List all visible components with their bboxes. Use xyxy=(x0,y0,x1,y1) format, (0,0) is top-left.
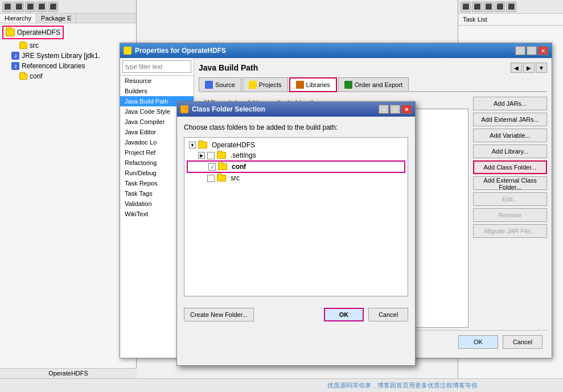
tab-source[interactable]: Source xyxy=(199,77,241,91)
task-toolbar-btn-1[interactable]: ⬛ xyxy=(461,2,471,12)
settings-checkbox[interactable] xyxy=(207,152,215,159)
create-new-folder-btn[interactable]: Create New Folder... xyxy=(184,308,254,321)
cf-title-text: Class Folder Selection xyxy=(180,105,265,113)
edit-btn[interactable]: Edit... xyxy=(473,192,547,206)
settings-expand-btn[interactable] xyxy=(198,152,205,159)
tab-libraries[interactable]: Libraries xyxy=(289,77,337,92)
add-external-class-folder-btn[interactable]: Add External Class Folder... xyxy=(473,176,547,190)
watermark-text: 优质源码等你来，博客园首页用更多优质注程博客等你 xyxy=(327,381,478,390)
minimize-btn[interactable]: ─ xyxy=(515,46,525,55)
back-arrow-btn[interactable]: ◀ xyxy=(511,63,522,73)
filter-input[interactable] xyxy=(122,60,191,73)
tab-order[interactable]: Order and Export xyxy=(338,77,409,91)
conf-tree-label: conf xyxy=(232,163,246,171)
add-jars-btn[interactable]: Add JARs... xyxy=(473,97,547,110)
nav-builders[interactable]: Builders xyxy=(120,86,194,96)
cf-close-btn[interactable]: ✕ xyxy=(401,105,412,114)
add-class-folder-btn[interactable]: Add Class Folder... xyxy=(473,160,547,174)
cf-ok-cancel: OK Cancel xyxy=(324,308,408,321)
properties-ok-btn[interactable]: OK xyxy=(458,335,498,349)
sidebar-tab-hierarchy[interactable]: Hierarchy xyxy=(0,14,36,23)
right-buttons-panel: Add JARs... Add External JARs... Add Var… xyxy=(473,97,547,328)
dropdown-arrow-btn[interactable]: ▼ xyxy=(536,63,547,73)
sidebar-bottom-label: OperateHDFS xyxy=(0,368,137,378)
task-toolbar-btn-4[interactable]: ⬛ xyxy=(495,2,505,12)
conf-folder-icon xyxy=(19,73,27,80)
cf-tree: OperateHDFS .settings ✓ conf s xyxy=(184,137,408,296)
tree-settings-item[interactable]: .settings xyxy=(187,150,405,160)
sidebar-content: OperateHDFS src J JRE System Library [jd… xyxy=(0,23,136,84)
cf-ok-btn[interactable]: OK xyxy=(324,308,364,321)
bottom-project-name: OperateHDFS xyxy=(48,370,88,377)
settings-folder-icon xyxy=(217,152,226,159)
toolbar-btn-2[interactable]: ⬛ xyxy=(14,2,24,12)
project-folder-icon xyxy=(6,28,15,36)
ref-libs-item[interactable]: J Referenced Libraries xyxy=(2,61,134,71)
add-variable-btn[interactable]: Add Variable... xyxy=(473,129,547,142)
root-expand-btn[interactable] xyxy=(189,142,196,148)
jre-label: JRE System Library [jdk1. xyxy=(22,52,100,60)
properties-cancel-btn[interactable]: Cancel xyxy=(503,335,543,349)
project-root-item[interactable]: OperateHDFS xyxy=(2,26,64,39)
sidebar-panel: ⬛ ⬛ ⬛ ⬛ ⬛ Hierarchy Package E OperateHDF… xyxy=(0,0,137,392)
cf-minimize-btn[interactable]: ─ xyxy=(379,105,389,114)
cf-titlebar: Class Folder Selection ─ □ ✕ xyxy=(177,102,415,117)
task-list-header: Task List xyxy=(458,14,563,26)
forward-arrow-btn[interactable]: ▶ xyxy=(523,63,535,73)
tabs-row: Source Projects Libraries Order and Expo… xyxy=(199,77,547,92)
cf-instruction: Choose class folders to be added to the … xyxy=(184,123,408,131)
projects-tab-icon xyxy=(249,81,257,89)
jre-item[interactable]: J JRE System Library [jdk1. xyxy=(2,51,134,61)
properties-title-label: Properties for OperateHDFS xyxy=(135,47,226,55)
task-toolbar-btn-2[interactable]: ⬛ xyxy=(472,2,482,12)
toolbar-btn-5[interactable]: ⬛ xyxy=(48,2,58,12)
properties-dialog-controls: ─ □ ✕ xyxy=(515,46,548,55)
close-btn[interactable]: ✕ xyxy=(538,46,548,55)
nav-resource[interactable]: Resource xyxy=(120,76,194,86)
conf-checkbox[interactable]: ✓ xyxy=(208,163,216,171)
conf-item[interactable]: conf xyxy=(2,71,134,81)
ok-cancel-buttons: OK Cancel xyxy=(458,335,543,349)
root-folder-icon xyxy=(198,142,207,148)
cf-body: Choose class folders to be added to the … xyxy=(177,117,415,303)
src-label: src xyxy=(30,42,39,49)
sidebar-toolbar: ⬛ ⬛ ⬛ ⬛ ⬛ xyxy=(0,0,136,14)
class-folder-dialog: Class Folder Selection ─ □ ✕ Choose clas… xyxy=(176,101,416,366)
sidebar-tab-package[interactable]: Package E xyxy=(36,14,76,23)
source-tab-icon xyxy=(205,81,213,89)
sidebar-tabs: Hierarchy Package E xyxy=(0,14,136,23)
cf-cancel-btn[interactable]: Cancel xyxy=(368,308,408,321)
projects-tab-label: Projects xyxy=(259,81,282,88)
tab-projects[interactable]: Projects xyxy=(243,77,288,91)
migrate-jar-btn[interactable]: Migrate JAR File... xyxy=(473,224,547,238)
ref-libs-label: Referenced Libraries xyxy=(22,62,85,70)
tree-conf-item[interactable]: ✓ conf xyxy=(187,160,405,173)
src-tree-label: src xyxy=(231,174,240,182)
toolbar-btn-1[interactable]: ⬛ xyxy=(2,2,13,12)
toolbar-btn-3[interactable]: ⬛ xyxy=(25,2,35,12)
cf-maximize-btn[interactable]: □ xyxy=(390,105,400,114)
root-label: OperateHDFS xyxy=(212,141,255,149)
src-tree-folder-icon xyxy=(217,175,226,181)
maximize-btn[interactable]: □ xyxy=(527,46,537,55)
tree-root-item[interactable]: OperateHDFS xyxy=(187,140,405,150)
cf-title-icon xyxy=(180,105,188,113)
properties-title-icon xyxy=(124,47,131,55)
library-tab-icon xyxy=(296,81,304,89)
task-toolbar-btn-3[interactable]: ⬛ xyxy=(483,2,494,12)
jre-java-icon: J xyxy=(11,52,19,60)
add-library-btn[interactable]: Add Library... xyxy=(473,145,547,158)
src-expand-btn xyxy=(198,175,205,181)
remove-btn[interactable]: Remove xyxy=(473,208,547,222)
src-folder-icon xyxy=(19,43,27,49)
add-external-jars-btn[interactable]: Add External JARs... xyxy=(473,113,547,126)
libraries-tab-label: Libraries xyxy=(306,81,330,88)
cf-title-label: Class Folder Selection xyxy=(192,105,265,113)
cf-bottom: Create New Folder... OK Cancel xyxy=(177,303,415,326)
task-toolbar-btn-5[interactable]: ⬛ xyxy=(506,2,516,12)
src-checkbox[interactable] xyxy=(207,175,215,182)
tree-src-item[interactable]: src xyxy=(187,173,405,183)
toolbar-btn-4[interactable]: ⬛ xyxy=(36,2,47,12)
order-tab-icon xyxy=(344,81,352,89)
src-item[interactable]: src xyxy=(2,40,134,51)
